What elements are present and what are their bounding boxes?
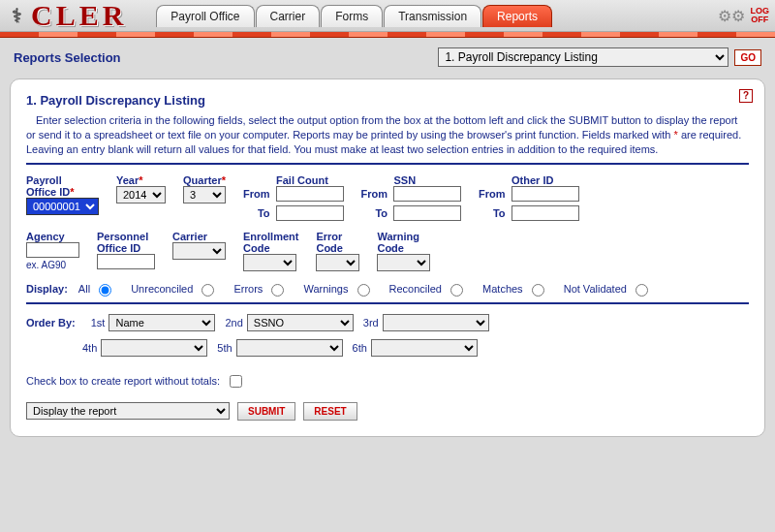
reset-button[interactable]: RESET xyxy=(303,402,356,421)
subheader: Reports Selection 1. Payroll Discrepancy… xyxy=(0,38,775,73)
field-fail-count: Fail Count From To xyxy=(243,174,344,221)
logoff-button[interactable]: LOG OFF xyxy=(751,7,770,24)
tab-transmission[interactable]: Transmission xyxy=(384,5,481,27)
order-5-select[interactable] xyxy=(236,339,343,357)
field-year: Year* 2014 xyxy=(116,174,166,203)
output-option-select[interactable]: Display the report xyxy=(26,402,230,420)
display-all-radio[interactable] xyxy=(99,284,111,297)
tab-payroll-office[interactable]: Payroll Office xyxy=(156,5,254,27)
order-3-select[interactable] xyxy=(383,314,489,331)
quarter-select[interactable]: 3 xyxy=(183,186,226,203)
order-4-select[interactable] xyxy=(101,339,207,357)
field-quarter: Quarter* 3 xyxy=(183,174,226,203)
payroll-office-id-select[interactable]: 00000001 xyxy=(26,198,99,215)
panel-title: 1. Payroll Discrepancy Listing xyxy=(26,93,749,108)
go-button[interactable]: GO xyxy=(734,49,761,66)
intro-text: Enter selection criteria in the followin… xyxy=(26,113,749,157)
field-warning-code: Warning Code xyxy=(377,231,430,271)
display-warnings-radio[interactable] xyxy=(357,284,370,297)
criteria-row-2: Agency ex. AG90 Personnel Office ID Carr… xyxy=(26,231,749,271)
display-errors-radio[interactable] xyxy=(271,284,284,297)
agency-input[interactable] xyxy=(26,242,79,258)
main-tabs: Payroll Office Carrier Forms Transmissio… xyxy=(156,5,553,27)
report-panel: ? 1. Payroll Discrepancy Listing Enter s… xyxy=(10,78,765,437)
fail-count-from[interactable] xyxy=(276,186,344,202)
other-id-from[interactable] xyxy=(512,186,579,202)
report-select[interactable]: 1. Payroll Discrepancy Listing xyxy=(438,47,728,67)
submit-button[interactable]: SUBMIT xyxy=(237,402,295,421)
without-totals-checkbox[interactable] xyxy=(230,375,242,388)
personnel-office-id-input[interactable] xyxy=(97,254,155,269)
display-reconciled-radio[interactable] xyxy=(450,284,463,297)
action-row: Display the report SUBMIT RESET xyxy=(26,402,749,421)
brand-logo: CLER xyxy=(31,0,127,32)
order-section: Order By: 1stName 2ndSSNO 3rd 4th 5th 6t… xyxy=(26,314,749,357)
error-code-select[interactable] xyxy=(316,254,359,271)
other-id-to[interactable] xyxy=(512,205,579,221)
display-row: Display: All Unreconciled Errors Warning… xyxy=(26,281,749,297)
divider xyxy=(26,163,749,165)
agency-example: ex. AG90 xyxy=(26,260,79,270)
warning-code-select[interactable] xyxy=(377,254,430,271)
tab-forms[interactable]: Forms xyxy=(321,5,383,27)
criteria-row-1: Payroll Office ID* 00000001 Year* 2014 Q… xyxy=(26,174,749,221)
tab-reports[interactable]: Reports xyxy=(482,5,552,27)
divider-2 xyxy=(26,302,749,304)
field-carrier: Carrier xyxy=(172,231,226,260)
checkbox-row: Check box to create report without total… xyxy=(26,372,749,391)
gears-icon: ⚙⚙ xyxy=(718,7,745,25)
enrollment-code-select[interactable] xyxy=(243,254,296,271)
fail-count-to[interactable] xyxy=(276,205,344,221)
year-select[interactable]: 2014 xyxy=(116,186,166,203)
display-matches-radio[interactable] xyxy=(532,284,544,297)
field-enrollment-code: Enrollment Code xyxy=(243,231,298,271)
order-6-select[interactable] xyxy=(371,339,478,357)
top-bar: ⚕ CLER Payroll Office Carrier Forms Tran… xyxy=(0,0,775,32)
field-payroll-office-id: Payroll Office ID* 00000001 xyxy=(26,174,99,215)
field-ssn: SSN From To xyxy=(361,174,462,221)
page-title: Reports Selection xyxy=(14,50,121,65)
ssn-from[interactable] xyxy=(393,186,461,202)
display-notvalidated-radio[interactable] xyxy=(636,284,648,297)
field-personnel-office-id: Personnel Office ID xyxy=(97,231,155,269)
display-unreconciled-radio[interactable] xyxy=(202,284,214,297)
caduceus-icon: ⚕ xyxy=(6,2,27,29)
field-error-code: Error Code xyxy=(316,231,359,271)
field-other-id: Other ID From To xyxy=(479,174,579,221)
carrier-select[interactable] xyxy=(172,242,226,260)
order-1-select[interactable]: Name xyxy=(108,314,215,331)
ssn-to[interactable] xyxy=(393,205,461,221)
tab-carrier[interactable]: Carrier xyxy=(256,5,321,27)
order-2-select[interactable]: SSNO xyxy=(247,314,354,331)
help-icon[interactable]: ? xyxy=(739,89,753,103)
field-agency: Agency ex. AG90 xyxy=(26,231,79,270)
